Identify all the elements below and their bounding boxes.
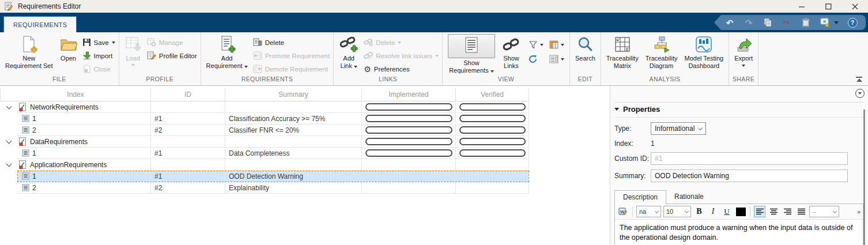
search-button[interactable]: Search	[572, 32, 599, 62]
align-left-icon	[756, 208, 764, 215]
expand-chevron-icon[interactable]	[6, 161, 12, 167]
column-header-index[interactable]: Index	[0, 88, 151, 101]
new-requirement-set-button[interactable]: New Requirement Set	[2, 32, 56, 70]
index-text: ApplicationRequirements	[30, 161, 107, 169]
details-dropdown-arrow[interactable]	[561, 58, 564, 61]
font-color-button[interactable]	[735, 206, 746, 217]
requirement-row[interactable]: 2#2Explainability	[0, 182, 530, 194]
font-size-dropdown[interactable]: 10	[663, 206, 691, 217]
properties-header[interactable]: Properties	[614, 102, 863, 118]
customize-toolbar-button[interactable]: »	[820, 17, 830, 28]
traceability-diagram-button[interactable]: Traceability Diagram	[642, 32, 681, 70]
word-import-button[interactable]: W	[617, 206, 629, 217]
requirements-table: Index ID Summary Implemented Verified Ne…	[0, 88, 530, 194]
show-requirements-dropdown-arrow[interactable]	[490, 70, 494, 73]
copy-button[interactable]	[763, 17, 773, 28]
preferences-button[interactable]: ⚙ Preferences	[362, 63, 440, 74]
align-center-button[interactable]	[768, 206, 779, 217]
save-dropdown-arrow[interactable]	[112, 42, 115, 44]
promote-requirement-button: Promote Requirement	[251, 50, 332, 61]
show-links-button[interactable]: Show Links	[499, 32, 524, 70]
tree-gutter[interactable]	[0, 159, 17, 171]
index-text: 1	[32, 172, 36, 180]
import-button[interactable]: Import	[81, 50, 117, 61]
index-row: Index: 1	[614, 140, 863, 148]
table-header-row: Index ID Summary Implemented Verified	[0, 88, 530, 101]
filter-dropdown-arrow[interactable]	[540, 44, 544, 46]
requirement-row[interactable]: 1#1OOD Detection Warning	[0, 171, 530, 182]
details-icon	[549, 55, 558, 63]
tree-gutter[interactable]	[0, 101, 17, 113]
paste-button[interactable]	[801, 17, 811, 28]
collapse-panel-button[interactable]	[855, 89, 865, 98]
toolstrip-spacer	[758, 32, 868, 85]
id-cell: #2	[151, 182, 225, 194]
toolbar-overflow-button[interactable]: »	[857, 208, 861, 215]
save-button[interactable]: Save	[81, 37, 117, 48]
tree-gutter	[0, 182, 17, 194]
add-requirement-button[interactable]: Add Requirement	[203, 32, 251, 70]
model-testing-dashboard-button[interactable]: Model Testing Dashboard	[681, 32, 727, 70]
expand-chevron-icon[interactable]	[6, 138, 12, 144]
requirement-row[interactable]: 2#2Classifier FNR <= 20%	[0, 125, 530, 136]
open-button[interactable]: Open	[56, 32, 81, 62]
traceability-matrix-button[interactable]: Traceability Matrix	[603, 32, 642, 70]
underline-icon: U	[724, 207, 729, 216]
summary-cell: Data Completeness	[225, 148, 362, 159]
expand-chevron-icon[interactable]	[6, 104, 12, 110]
save-icon	[82, 38, 91, 47]
font-family-dropdown[interactable]: na	[636, 206, 661, 217]
tab-rationale[interactable]: Rationale	[666, 190, 712, 203]
section-label-links: LINKS	[335, 76, 440, 85]
close-button[interactable]	[841, 0, 868, 13]
column-header-implemented[interactable]: Implemented	[362, 88, 456, 101]
column-header-summary[interactable]: Summary	[225, 88, 362, 101]
italic-button[interactable]: I	[707, 206, 719, 217]
bold-button[interactable]: B	[693, 206, 705, 217]
panel-scrollbar[interactable]	[863, 110, 865, 245]
tree-gutter[interactable]	[0, 136, 17, 148]
maximize-button[interactable]	[815, 0, 841, 13]
tab-requirements[interactable]: REQUIREMENTS	[3, 16, 77, 32]
collapse-toolstrip-button[interactable]	[855, 77, 863, 82]
verified-progress-bar	[459, 138, 526, 145]
requirement-set-row[interactable]: DataRequirements	[0, 136, 530, 148]
help-button[interactable]: ?	[847, 17, 858, 28]
list-format-dropdown[interactable]: --	[809, 206, 839, 217]
export-button[interactable]: Export	[731, 32, 756, 67]
implemented-progress-bar	[365, 149, 452, 157]
columns-dropdown-arrow[interactable]	[561, 44, 564, 46]
type-dropdown[interactable]: Informational	[651, 122, 706, 135]
refresh-button[interactable]	[529, 55, 544, 63]
requirement-set-row[interactable]: NetworkRequirements	[0, 101, 530, 113]
cut-button[interactable]: ✂	[782, 17, 792, 28]
underline-button[interactable]: U	[721, 206, 733, 217]
minimize-button[interactable]	[788, 0, 815, 13]
add-link-dropdown-arrow[interactable]	[354, 66, 357, 68]
export-dropdown-arrow[interactable]	[742, 65, 745, 67]
verified-progress-bar	[459, 103, 526, 111]
details-button[interactable]	[549, 55, 564, 63]
redo-button[interactable]: ↷	[744, 17, 754, 28]
columns-button[interactable]	[549, 40, 564, 49]
custom-id-input[interactable]	[651, 152, 848, 165]
description-text[interactable]: The application must produce a warning w…	[615, 220, 863, 245]
delete-requirement-button[interactable]: Delete	[251, 37, 332, 48]
column-header-verified[interactable]: Verified	[456, 88, 529, 101]
customize-dropdown-arrow[interactable]	[834, 21, 839, 24]
filter-button[interactable]	[529, 40, 544, 49]
add-requirement-dropdown-arrow[interactable]	[244, 66, 248, 68]
align-justify-button[interactable]	[795, 206, 807, 217]
requirement-set-row[interactable]: ApplicationRequirements	[0, 159, 530, 171]
align-right-button[interactable]	[782, 206, 793, 217]
requirement-row[interactable]: 1#1Data Completeness	[0, 148, 530, 159]
requirement-row[interactable]: 1#1Classification Accuracy >= 75%	[0, 113, 530, 125]
align-left-button[interactable]	[754, 206, 765, 217]
undo-button[interactable]: ↶	[724, 17, 735, 28]
profile-editor-button[interactable]: Profile Editor	[145, 50, 199, 61]
show-requirements-button[interactable]: Show Requirements	[444, 32, 499, 74]
summary-input[interactable]	[651, 169, 848, 182]
tab-description[interactable]: Description	[614, 190, 666, 204]
add-link-button[interactable]: Add Link	[335, 32, 362, 70]
column-header-id[interactable]: ID	[151, 88, 225, 101]
